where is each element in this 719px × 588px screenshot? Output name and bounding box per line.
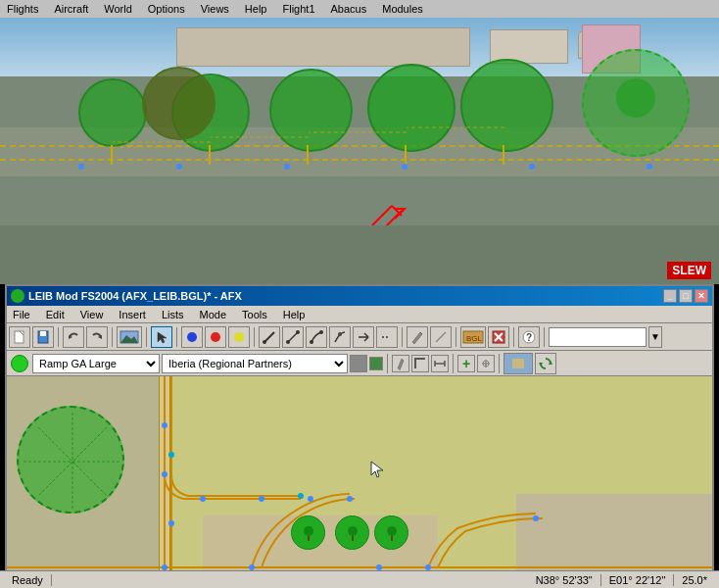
sep-6 bbox=[402, 327, 403, 347]
svg-point-78 bbox=[387, 526, 397, 536]
corner-tool-1[interactable] bbox=[411, 355, 429, 372]
map-tree-1 bbox=[291, 515, 325, 550]
menu-tools[interactable]: Tools bbox=[238, 308, 271, 321]
select-tool[interactable] bbox=[151, 326, 172, 348]
save-button[interactable] bbox=[32, 326, 54, 348]
color-picker[interactable] bbox=[350, 355, 367, 372]
search-dropdown[interactable]: ▼ bbox=[648, 326, 662, 348]
red-dot-tool[interactable] bbox=[205, 326, 226, 348]
maximize-button[interactable]: □ bbox=[679, 289, 693, 303]
menu-help-afx[interactable]: Help bbox=[279, 308, 310, 321]
delete-button[interactable] bbox=[488, 326, 509, 348]
tree-3d-4 bbox=[367, 64, 455, 152]
menu-lists[interactable]: Lists bbox=[158, 308, 188, 321]
svg-point-74 bbox=[304, 526, 313, 536]
plus-tool[interactable]: + bbox=[457, 355, 475, 372]
cross-tool[interactable] bbox=[477, 355, 495, 372]
line-tool-2[interactable] bbox=[282, 326, 304, 348]
line-tool-3[interactable] bbox=[306, 326, 327, 348]
afx-titlebar: LEIB Mod FS2004 (AFX_LEIB.BGL)* - AFX _ … bbox=[7, 286, 712, 306]
help-button[interactable]: ? bbox=[518, 326, 540, 348]
sep-t2-3 bbox=[499, 354, 500, 373]
menu-help[interactable]: Help bbox=[242, 3, 270, 15]
flight-simulator-view: Flights Aircraft World Options Views Hel… bbox=[0, 0, 719, 284]
corner-tool-2[interactable] bbox=[431, 355, 449, 372]
taxiway-vertical-1 bbox=[159, 376, 170, 574]
svg-point-18 bbox=[187, 332, 197, 342]
menu-view[interactable]: View bbox=[76, 308, 108, 321]
sep-5 bbox=[254, 327, 255, 347]
svg-text:BGL: BGL bbox=[466, 334, 483, 343]
texture-tool[interactable]: BGL bbox=[460, 326, 486, 348]
taxiway-line-2 bbox=[0, 159, 719, 161]
status-bar: Ready N38° 52'33" E01° 22'12" 25.0* bbox=[0, 570, 719, 588]
measure-tool[interactable] bbox=[430, 326, 452, 348]
color-picker-2[interactable] bbox=[369, 357, 383, 370]
menu-edit[interactable]: Edit bbox=[42, 308, 69, 321]
menu-world[interactable]: World bbox=[101, 3, 135, 15]
menu-views[interactable]: Views bbox=[198, 3, 232, 15]
menu-options[interactable]: Options bbox=[145, 3, 188, 15]
menu-file[interactable]: File bbox=[9, 308, 34, 321]
menu-abacus[interactable]: Abacus bbox=[328, 3, 370, 15]
mouse-cursor bbox=[369, 460, 385, 481]
tree-stem-3 bbox=[307, 145, 309, 165]
status-coords1: N38° 52'33" bbox=[528, 574, 601, 586]
undo-button[interactable] bbox=[63, 326, 84, 348]
line-tool-6[interactable] bbox=[376, 326, 398, 348]
pos-dot-2 bbox=[176, 164, 182, 170]
minimize-button[interactable]: _ bbox=[663, 289, 677, 303]
new-button[interactable] bbox=[9, 326, 30, 348]
close-button[interactable]: ✕ bbox=[695, 289, 708, 303]
afx-editor-canvas[interactable] bbox=[7, 376, 712, 574]
flight-sim-menubar[interactable]: Flights Aircraft World Options Views Hel… bbox=[0, 0, 719, 18]
pos-dot-3 bbox=[284, 164, 290, 170]
menu-flight1[interactable]: Flight1 bbox=[279, 3, 317, 15]
svg-line-23 bbox=[288, 332, 298, 342]
image-tool[interactable] bbox=[117, 326, 142, 348]
active-indicator bbox=[11, 355, 28, 372]
redo-button[interactable] bbox=[86, 326, 108, 348]
tarmac-right bbox=[516, 494, 712, 574]
refresh-button[interactable] bbox=[535, 353, 556, 374]
afx-toolbar-2[interactable]: Ramp GA Large Iberia (Regional Partners)… bbox=[7, 351, 712, 376]
pencil-tool[interactable] bbox=[407, 326, 428, 348]
menu-modules[interactable]: Modules bbox=[379, 3, 426, 15]
afx-toolbar-1[interactable]: BGL ? ▼ bbox=[7, 323, 712, 351]
ramp-type-select[interactable]: Ramp GA Large bbox=[32, 354, 160, 373]
line-tool-1[interactable] bbox=[259, 326, 280, 348]
svg-point-25 bbox=[296, 330, 300, 334]
pos-dot-1 bbox=[78, 164, 84, 170]
paint-tool[interactable] bbox=[392, 355, 409, 372]
afx-menubar[interactable]: File Edit View Insert Lists Mode Tools H… bbox=[7, 306, 712, 323]
map-tree-2 bbox=[335, 515, 369, 550]
svg-line-21 bbox=[264, 332, 274, 342]
menu-mode[interactable]: Mode bbox=[196, 308, 231, 321]
tree-stem-5 bbox=[503, 145, 504, 165]
menu-insert[interactable]: Insert bbox=[115, 308, 150, 321]
search-input[interactable] bbox=[549, 327, 647, 347]
sep-3 bbox=[146, 327, 147, 347]
status-coords2: E01° 22'12" bbox=[601, 574, 675, 586]
blue-dot-tool[interactable] bbox=[181, 326, 203, 348]
pos-dot-6 bbox=[647, 164, 652, 170]
inner-tree bbox=[616, 78, 655, 118]
svg-rect-9 bbox=[15, 331, 24, 343]
line-tool-4[interactable] bbox=[329, 326, 351, 348]
sep-9 bbox=[544, 327, 545, 347]
yellow-dot-tool[interactable] bbox=[228, 326, 250, 348]
svg-point-76 bbox=[348, 526, 358, 536]
sep-t2-1 bbox=[387, 354, 388, 373]
map-thumbnail[interactable] bbox=[503, 353, 533, 374]
tree-3d-1 bbox=[78, 78, 147, 147]
pos-dot-5 bbox=[529, 164, 535, 170]
afx-title: LEIB Mod FS2004 (AFX_LEIB.BGL)* - AFX bbox=[28, 290, 242, 302]
airline-select[interactable]: Iberia (Regional Partners) bbox=[162, 354, 348, 373]
menu-aircraft[interactable]: Aircraft bbox=[51, 3, 91, 15]
titlebar-buttons[interactable]: _ □ ✕ bbox=[663, 289, 708, 303]
afx-editor-window: LEIB Mod FS2004 (AFX_LEIB.BGL)* - AFX _ … bbox=[5, 284, 714, 576]
svg-point-22 bbox=[263, 340, 266, 344]
slew-badge: SLEW bbox=[667, 262, 711, 279]
menu-flights[interactable]: Flights bbox=[4, 3, 41, 15]
line-tool-5[interactable] bbox=[353, 326, 374, 348]
